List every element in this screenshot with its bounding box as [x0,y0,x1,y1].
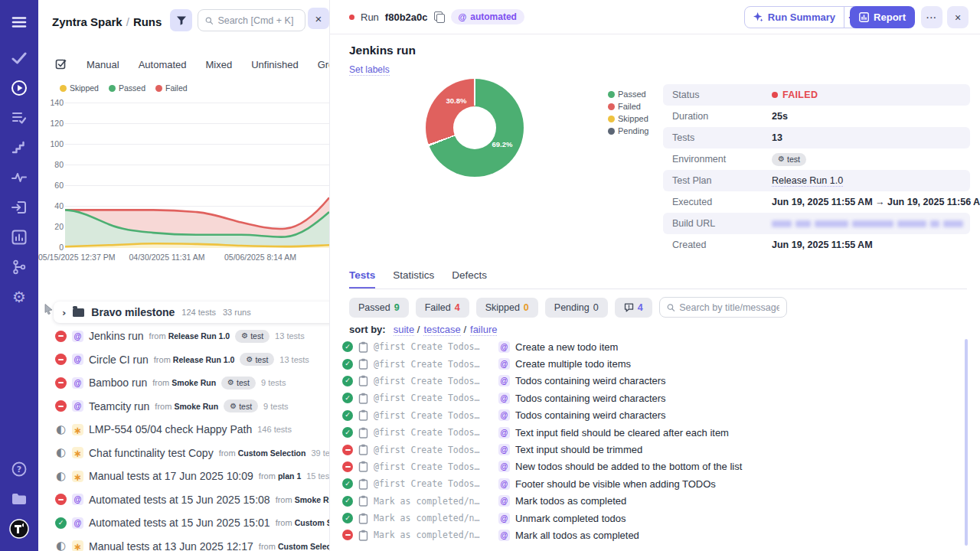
tab-unfinished[interactable]: Unfinished [251,59,298,70]
project-name[interactable]: Zyntra Spark [52,15,122,28]
test-result-row[interactable]: @first Create Todos… Create multiple tod… [330,355,980,372]
test-suite-name[interactable]: @first Create Todos… [374,410,481,421]
run-list-item[interactable]: Manual tests at 13 Jun 2025 12:17 from C… [38,535,329,551]
automated-badge[interactable]: @automated [451,9,524,24]
filter-button[interactable] [170,9,192,31]
sort-by-testcase-link[interactable]: testcase [423,324,460,336]
close-run-button[interactable]: × [947,6,969,28]
sort-by-suite-link[interactable]: suite [394,324,414,336]
test-suite-name[interactable]: @first Create Todos… [374,445,481,455]
test-result-row[interactable]: @first Create Todos… Todos containing we… [330,407,980,424]
select-runs-icon[interactable] [55,58,67,70]
test-result-row[interactable]: Mark as completed/n… Unmark completed to… [330,510,980,527]
test-result-row[interactable]: @first Create Todos… Todos containing we… [330,373,980,390]
run-name[interactable]: Automated tests at 15 Jun 2025 15:08 [89,494,270,506]
milestone-row[interactable]: › Bravo milestone 124 tests 33 runs [54,302,329,323]
run-list-item[interactable]: Automated tests at 15 Jun 2025 15:01 fro… [38,511,329,535]
more-options-button[interactable]: ··· [921,6,942,28]
test-plan-link[interactable]: Release Run 1.0 [772,175,843,187]
run-name[interactable]: Manual tests at 17 Jun 2025 10:09 [89,470,253,482]
test-suite-name[interactable]: @first Create Todos… [374,341,481,352]
test-result-row[interactable]: @first Create Todos… Text input should b… [330,441,980,458]
run-name[interactable]: Teamcity run [89,400,149,412]
tests-search-input[interactable] [679,302,779,313]
test-title[interactable]: Mark todos as completed [515,495,626,507]
build-url-redacted-value[interactable] [772,220,963,227]
run-name[interactable]: Manual tests at 13 Jun 2025 12:17 [89,540,253,551]
run-list-item[interactable]: Jenkins run from Release Run 1.0 ⚙test 1… [38,324,329,348]
test-suite-name[interactable]: @first Create Todos… [374,461,481,472]
test-title[interactable]: Text input should be trimmed [515,444,642,455]
test-result-row[interactable]: @first Create Todos… Create a new todo i… [330,338,980,355]
test-suite-name[interactable]: Mark as completed/n… [374,496,481,507]
run-name[interactable]: Automated tests at 15 Jun 2025 15:01 [89,517,270,529]
test-result-row[interactable]: @first Create Todos… Text input field sh… [330,424,980,441]
test-suite-name[interactable]: @first Create Todos… [374,427,481,438]
run-list-item[interactable]: Circle CI run from Release Run 1.0 ⚙test… [38,348,329,372]
run-name[interactable]: Bamboo run [89,377,147,389]
test-title[interactable]: Todos containing weird characters [515,409,666,421]
steps-icon[interactable] [0,132,38,162]
tab-tests[interactable]: Tests [349,269,375,289]
analytics-icon[interactable] [0,222,38,252]
filter-pending-pill[interactable]: Pending0 [545,298,608,318]
test-plans-icon[interactable] [0,103,38,132]
test-title[interactable]: Todos containing weird characters [515,393,666,404]
test-result-row[interactable]: @first Create Todos… New todos should be… [330,458,980,475]
report-button[interactable]: Report [850,6,915,28]
sort-by-failure-link[interactable]: failure [470,324,497,336]
copy-icon[interactable] [434,11,445,22]
run-list-item[interactable]: Teamcity run from Smoke Run ⚙test 9 test… [38,395,329,419]
test-result-row[interactable]: @first Create Todos… Footer should be vi… [330,475,980,492]
runs-play-icon[interactable] [0,73,38,103]
run-list-item[interactable]: Manual tests at 17 Jun 2025 10:09 from p… [38,465,329,488]
tab-mixed[interactable]: Mixed [206,59,233,70]
test-title[interactable]: Create multiple todo items [515,358,631,370]
panel-close-button[interactable]: × [308,8,329,29]
test-suite-name[interactable]: @first Create Todos… [374,376,481,386]
run-name[interactable]: Jenkins run [89,330,144,342]
test-result-row[interactable]: @first Create Todos… Todos containing we… [330,390,980,406]
run-name[interactable]: Circle CI run [89,354,149,366]
tab-automated[interactable]: Automated [139,59,187,70]
branches-icon[interactable] [0,252,38,282]
test-suite-name[interactable]: @first Create Todos… [374,359,481,370]
scrollbar-thumb[interactable] [965,339,968,546]
filter-failed-pill[interactable]: Failed4 [416,298,469,318]
tests-check-icon[interactable] [0,43,38,73]
hamburger-menu-icon[interactable] [0,7,38,37]
filter-skipped-pill[interactable]: Skipped0 [476,298,538,318]
run-name[interactable]: Chat functinality test Copy [89,447,214,459]
import-icon[interactable] [0,192,38,222]
help-icon[interactable]: ? [0,454,38,484]
test-title[interactable]: Mark all todos as completed [515,530,639,541]
test-suite-name[interactable]: Mark as completed/n… [374,513,481,523]
pulse-icon[interactable] [0,162,38,192]
tab-statistics[interactable]: Statistics [393,269,434,289]
tab-groups[interactable]: Groups [318,59,329,70]
set-labels-link[interactable]: Set labels [349,64,390,76]
milestone-name[interactable]: Bravo milestone [91,306,175,318]
settings-gear-icon[interactable]: ⚙ [0,282,38,311]
test-title[interactable]: Unmark completed todos [515,513,626,524]
test-title[interactable]: Create a new todo item [515,341,618,353]
chevron-right-icon[interactable]: › [62,307,66,318]
run-list-item[interactable]: Automated tests at 15 Jun 2025 15:08 fro… [38,488,329,512]
tab-manual[interactable]: Manual [87,59,119,70]
app-logo[interactable] [0,514,38,543]
run-list-item[interactable]: Chat functinality test Copy from Custom … [38,442,329,465]
run-name[interactable]: LMP-554 05/04 check Happy Path [89,423,252,435]
test-suite-name[interactable]: @first Create Todos… [374,393,481,403]
test-title[interactable]: Text input field should be cleared after… [515,427,729,439]
test-result-row[interactable]: Mark as completed/n… Mark all todos as c… [330,527,980,543]
test-result-row[interactable]: Mark as completed/n… Mark todos as compl… [330,493,980,510]
test-title[interactable]: Todos containing weird characters [515,375,666,386]
test-suite-name[interactable]: Mark as completed/n… [374,530,481,540]
test-title[interactable]: New todos should be added to the bottom … [515,461,742,472]
run-list-item[interactable]: LMP-554 05/04 check Happy Path 146 tests [38,418,329,442]
run-summary-button[interactable]: Run Summary ··· [744,6,864,28]
runs-search-input[interactable] [217,15,298,26]
test-title[interactable]: Footer should be visible when adding TOD… [515,478,716,490]
filter-comments-pill[interactable]: 4 [615,298,652,318]
run-list-item[interactable]: Bamboo run from Smoke Run ⚙test 9 tests [38,371,329,395]
